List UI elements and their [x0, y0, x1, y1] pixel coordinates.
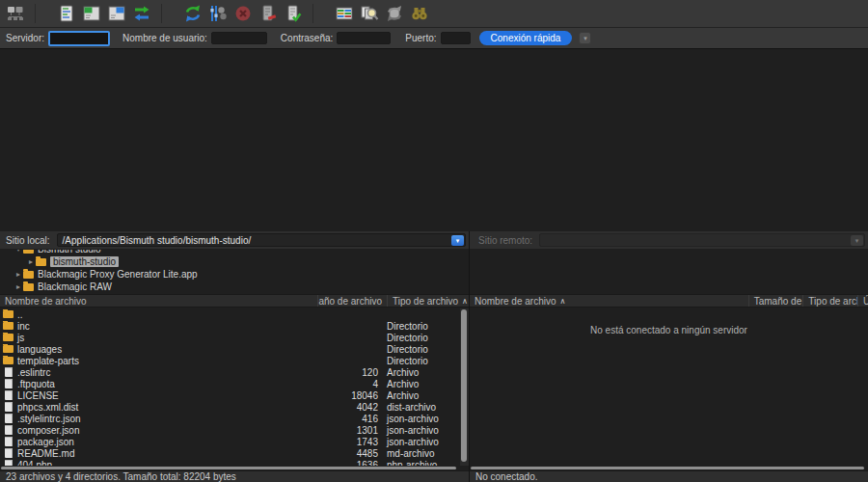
toggle-processing-queue-button[interactable] — [206, 2, 230, 25]
local-vertical-scrollbar[interactable] — [460, 308, 469, 466]
file-size: 120 — [316, 367, 378, 378]
file-type: Archivo — [378, 390, 419, 401]
local-file-list: ..incDirectoriojsDirectoriolanguagesDire… — [0, 308, 460, 466]
remote-column-header-type[interactable]: Tipo de archiv — [803, 295, 858, 307]
remote-status-text: No conectado. — [475, 471, 538, 482]
remote-list-header: Nombre de archivo ∧ Tamaño de ar Tipo de… — [470, 294, 868, 308]
local-column-header-name[interactable]: Nombre de archivo — [0, 295, 318, 307]
toggle-message-log-button[interactable] — [55, 2, 78, 25]
table-row[interactable]: 404.php1636php-archivo — [0, 459, 460, 466]
find-files-icon — [410, 4, 429, 23]
expander-icon[interactable]: ▸ — [14, 282, 23, 291]
filezilla-window: Servidor: Nombre de usuario: Contraseña:… — [0, 0, 868, 482]
table-row[interactable]: composer.json1301json-archivo — [0, 424, 460, 436]
find-files-button[interactable] — [408, 2, 431, 25]
remote-column-header-size[interactable]: Tamaño de ar — [749, 295, 804, 307]
table-row[interactable]: .stylelintrc.json416json-archivo — [0, 413, 460, 424]
sort-ascending-icon: ∧ — [462, 297, 468, 306]
processing-queue-icon — [208, 4, 228, 23]
port-input[interactable] — [441, 32, 471, 44]
local-site-combobox[interactable]: /Applications/Bismuth studio/bismuth-stu… — [57, 233, 466, 247]
file-name: .stylelintrc.json — [17, 414, 81, 424]
file-type: json-archivo — [378, 425, 439, 436]
file-icon — [5, 448, 13, 458]
file-name: .ftpquota — [17, 379, 55, 389]
panel-divider[interactable] — [469, 231, 470, 482]
site-manager-button[interactable] — [4, 2, 27, 25]
directory-listing-filters-button[interactable] — [333, 2, 356, 25]
folder-icon — [3, 345, 14, 353]
table-row[interactable]: README.md4485md-archivo — [0, 447, 460, 459]
table-row[interactable]: languagesDirectorio — [0, 343, 460, 355]
local-column-header-size[interactable]: Tamaño de archivo — [318, 295, 388, 307]
message-log-area — [0, 50, 868, 231]
local-site-dropdown-button[interactable]: ▾ — [451, 235, 464, 246]
file-type: json-archivo — [378, 414, 439, 424]
filters-icon — [335, 4, 354, 23]
expander-icon[interactable]: ▸ — [14, 270, 23, 279]
disconnect-button[interactable] — [257, 2, 280, 25]
expander-icon[interactable]: ▾ — [14, 250, 23, 254]
file-size: 4485 — [316, 448, 378, 459]
quickconnect-button[interactable]: Conexión rápida — [479, 31, 573, 45]
remote-column-header-name[interactable]: Nombre de archivo ∧ — [470, 295, 749, 307]
toggle-local-tree-button[interactable] — [80, 2, 103, 25]
disconnect-icon — [258, 4, 278, 23]
file-icon — [5, 425, 13, 435]
tree-item[interactable]: ▸bismuth-studio — [0, 255, 469, 268]
tree-item-label: Blackmagic RAW — [38, 281, 112, 292]
remote-status-bar: No conectado. — [470, 470, 868, 482]
synchronized-browsing-button[interactable] — [383, 2, 406, 25]
server-input[interactable] — [48, 31, 110, 46]
file-icon — [5, 437, 13, 446]
toggle-transfer-queue-button[interactable] — [130, 2, 153, 25]
scrollbar-thumb[interactable] — [471, 467, 864, 469]
tree-item[interactable]: ▸Blackmagic RAW — [0, 281, 469, 293]
username-input[interactable] — [211, 32, 267, 44]
tree-item[interactable]: ▸Blackmagic Proxy Generator Lite.app — [0, 268, 469, 281]
local-tree: ▾Bismuth studio▸bismuth-studio▸Blackmagi… — [0, 250, 469, 294]
tree-item-label: Blackmagic Proxy Generator Lite.app — [38, 269, 198, 280]
file-type: Directorio — [378, 321, 428, 332]
file-type: md-archivo — [378, 448, 434, 459]
remote-site-combobox: ▾ — [539, 233, 865, 247]
table-row[interactable]: phpcs.xml.dist4042dist-archivo — [0, 401, 460, 413]
scrollbar-thumb[interactable] — [461, 309, 467, 462]
tree-item-label: Bismuth studio — [38, 250, 101, 254]
local-column-header-type[interactable]: Tipo de archivo ∧ — [388, 295, 469, 307]
table-row[interactable]: .ftpquota4Archivo — [0, 378, 460, 389]
table-row[interactable]: incDirectorio — [0, 320, 460, 332]
remote-site-dropdown-button: ▾ — [851, 235, 863, 246]
remote-pane: No está conectado a ningún servidor — [470, 250, 868, 466]
folder-icon — [3, 322, 14, 330]
folder-icon — [23, 271, 34, 279]
file-icon — [5, 390, 13, 400]
directory-comparison-button[interactable] — [358, 2, 381, 25]
sort-ascending-icon: ∧ — [559, 297, 565, 306]
remote-column-header-modified[interactable]: Últi — [858, 295, 868, 307]
toggle-remote-tree-button[interactable] — [105, 2, 128, 25]
file-name: js — [17, 333, 24, 343]
file-size: 1743 — [316, 437, 378, 447]
table-row[interactable]: LICENSE18046Archivo — [0, 389, 460, 401]
refresh-button[interactable] — [181, 2, 204, 25]
table-row[interactable]: .. — [0, 308, 460, 320]
reconnect-button[interactable] — [282, 2, 305, 25]
message-log-icon — [57, 4, 76, 23]
table-row[interactable]: .eslintrc120Archivo — [0, 366, 460, 378]
tree-item-label: bismuth-studio — [50, 256, 119, 267]
expander-icon[interactable]: ▸ — [26, 257, 36, 266]
chevron-down-icon: ▾ — [456, 237, 460, 245]
remote-site-label: Sitio remoto: — [478, 235, 532, 246]
quickconnect-dropdown-button[interactable]: ▾ — [579, 32, 591, 44]
folder-icon — [3, 310, 14, 318]
folder-icon — [3, 357, 14, 364]
folder-icon — [3, 334, 14, 341]
toolbar-separator — [312, 4, 313, 23]
scrollbar-thumb[interactable] — [1, 467, 456, 469]
table-row[interactable]: template-partsDirectorio — [0, 355, 460, 366]
cancel-operation-button[interactable] — [231, 2, 255, 25]
table-row[interactable]: jsDirectorio — [0, 332, 460, 343]
table-row[interactable]: package.json1743json-archivo — [0, 436, 460, 447]
password-input[interactable] — [337, 32, 391, 44]
